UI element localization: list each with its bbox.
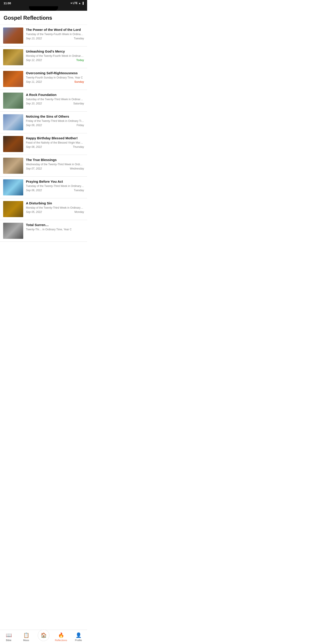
reflection-day: Wednesday — [70, 167, 84, 170]
camera-notch — [29, 6, 58, 11]
list-item[interactable]: Happy Birthday Blessed Mother! Feast of … — [0, 133, 87, 155]
status-bar: 11:00 ▾ LTE ▲ ▐ — [0, 0, 87, 6]
reflection-subtitle: Twenty-Fourth Sunday in Ordinary Time, Y… — [26, 76, 84, 80]
list-item[interactable]: Noticing the Sins of Others Friday of th… — [0, 112, 87, 133]
reflection-title: Unleashing God's Mercy — [26, 49, 84, 54]
reflection-thumbnail — [3, 71, 23, 87]
reflection-title: The True Blessings — [26, 158, 84, 162]
reflection-thumbnail — [3, 158, 23, 174]
reflection-subtitle: Monday of the Twenty-Third Week in Ordin… — [26, 206, 84, 210]
reflection-text: A Rock Foundation Saturday of the Twenty… — [26, 92, 84, 105]
reflection-text: Praying Before You Act Tuesday of the Tw… — [26, 179, 84, 192]
reflection-subtitle: Twenty-Thi… in Ordinary Time, Year C — [26, 228, 84, 232]
reflection-text: The True Blessings Wednesday of the Twen… — [26, 158, 84, 170]
reflection-day: Tuesday — [74, 37, 84, 40]
reflection-title: Total Surren… — [26, 223, 84, 227]
reflection-day: Tuesday — [74, 189, 84, 192]
reflection-text: A Disturbing Sin Monday of the Twenty-Th… — [26, 201, 84, 214]
reflection-day: Today — [76, 58, 84, 62]
reflection-thumbnail — [3, 92, 23, 109]
reflection-text: The Power of the Word of the Lord Tuesda… — [26, 28, 84, 40]
list-item[interactable]: Unleashing God's Mercy Monday of the Twe… — [0, 46, 87, 68]
reflection-title: Overcoming Self-Righteousness — [26, 71, 84, 75]
reflection-subtitle: Wednesday of the Twenty-Third Week in Or… — [26, 163, 84, 166]
reflection-subtitle: Feast of the Nativity of the Blessed Vir… — [26, 141, 84, 145]
reflection-title: Happy Birthday Blessed Mother! — [26, 136, 84, 140]
reflection-meta: Sep 12, 2022 Today — [26, 58, 84, 62]
reflection-meta: Sep 09, 2022 Friday — [26, 124, 84, 127]
reflection-day: Monday — [74, 210, 84, 214]
battery-icon: ▐ — [82, 2, 83, 4]
reflection-date: Sep 07, 2022 — [26, 167, 42, 170]
signal-icon: ▲ — [78, 2, 81, 4]
reflection-subtitle: Saturday of the Twenty-Third Week in Ord… — [26, 98, 84, 101]
reflection-title: Noticing the Sins of Others — [26, 114, 84, 119]
reflection-meta: Sep 05, 2022 Monday — [26, 210, 84, 214]
reflection-text: Happy Birthday Blessed Mother! Feast of … — [26, 136, 84, 148]
reflection-list: The Power of the Word of the Lord Tuesda… — [0, 25, 87, 260]
reflection-day: Saturday — [73, 102, 84, 105]
list-item[interactable]: The Power of the Word of the Lord Tuesda… — [0, 25, 87, 46]
page-header: Gospel Reflections — [0, 11, 87, 25]
reflection-date: Sep 10, 2022 — [26, 102, 42, 105]
list-item[interactable]: A Disturbing Sin Monday of the Twenty-Th… — [0, 198, 87, 220]
reflection-date: Sep 13, 2022 — [26, 37, 42, 40]
status-icons: ▾ LTE ▲ ▐ — [71, 2, 83, 5]
reflection-subtitle: Monday of the Twenty-Fourth Week in Ordi… — [26, 54, 84, 58]
reflection-date: Sep 08, 2022 — [26, 145, 42, 148]
reflection-subtitle: Tuesday of the Twenty-Third Week in Ordi… — [26, 184, 84, 188]
reflection-date: Sep 09, 2022 — [26, 124, 42, 127]
reflection-thumbnail — [3, 201, 23, 217]
reflection-day: Friday — [77, 124, 84, 127]
reflection-text: Unleashing God's Mercy Monday of the Twe… — [26, 49, 84, 62]
reflection-day: Sunday — [74, 80, 84, 84]
list-item[interactable]: A Rock Foundation Saturday of the Twenty… — [0, 90, 87, 112]
reflection-date: Sep 05, 2022 — [26, 210, 42, 214]
reflection-date: Sep 11, 2022 — [26, 80, 42, 84]
reflection-thumbnail — [3, 136, 23, 152]
reflection-date: Sep 12, 2022 — [26, 58, 42, 62]
lte-label: LTE — [73, 2, 78, 5]
reflection-text: Overcoming Self-Righteousness Twenty-Fou… — [26, 71, 84, 84]
reflection-title: A Rock Foundation — [26, 92, 84, 97]
reflection-thumbnail — [3, 28, 23, 44]
reflection-day: Thursday — [73, 145, 84, 148]
reflection-title: Praying Before You Act — [26, 179, 84, 184]
reflection-meta: Sep 13, 2022 Tuesday — [26, 37, 84, 40]
reflection-text: Total Surren… Twenty-Thi… in Ordinary Ti… — [26, 223, 84, 232]
reflection-meta: Sep 10, 2022 Saturday — [26, 102, 84, 105]
reflection-meta: Sep 08, 2022 Thursday — [26, 145, 84, 148]
list-item[interactable]: The True Blessings Wednesday of the Twen… — [0, 155, 87, 177]
list-item[interactable]: Overcoming Self-Righteousness Twenty-Fou… — [0, 68, 87, 90]
page-title: Gospel Reflections — [3, 15, 83, 21]
status-time: 11:00 — [3, 2, 11, 5]
reflection-meta: Sep 06, 2022 Tuesday — [26, 189, 84, 192]
reflection-text: Noticing the Sins of Others Friday of th… — [26, 114, 84, 127]
wifi-icon: ▾ — [71, 2, 72, 5]
list-item[interactable]: Total Surren… Twenty-Thi… in Ordinary Ti… — [0, 220, 87, 242]
reflection-meta: Sep 11, 2022 Sunday — [26, 80, 84, 84]
reflection-title: The Power of the Word of the Lord — [26, 28, 84, 32]
list-item[interactable]: Praying Before You Act Tuesday of the Tw… — [0, 177, 87, 198]
reflection-thumbnail — [3, 223, 23, 239]
reflection-subtitle: Tuesday of the Twenty-Fourth Week in Ord… — [26, 33, 84, 36]
notch-area — [0, 6, 87, 11]
reflection-meta: Sep 07, 2022 Wednesday — [26, 167, 84, 170]
reflection-subtitle: Friday of the Twenty-Third Week in Ordin… — [26, 120, 84, 123]
reflection-date: Sep 06, 2022 — [26, 189, 42, 192]
reflection-title: A Disturbing Sin — [26, 201, 84, 206]
reflection-thumbnail — [3, 179, 23, 196]
reflection-thumbnail — [3, 114, 23, 130]
reflection-thumbnail — [3, 49, 23, 65]
